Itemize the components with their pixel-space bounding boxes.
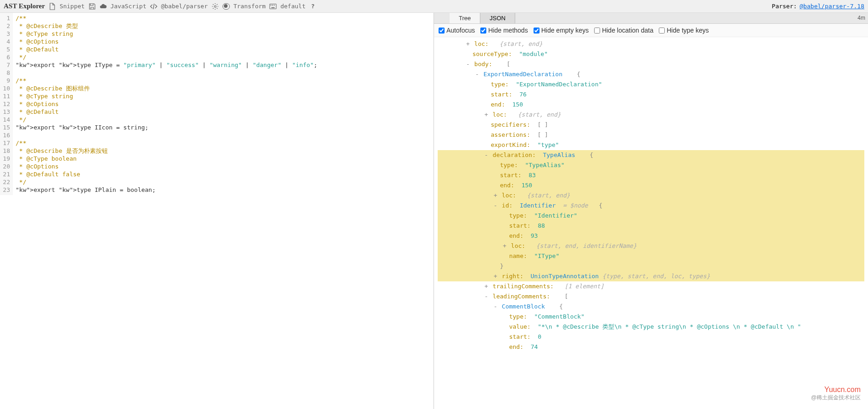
app-title: AST Explorer (4, 2, 45, 10)
tree-row[interactable]: + loc: {start, end} (438, 110, 864, 120)
tree-row[interactable]: start: 0 (438, 332, 864, 342)
code-area[interactable]: /** * @cDescribe 类型 * @cType string * @c… (13, 13, 434, 195)
tree-row[interactable]: type: "CommentBlock" (438, 312, 864, 322)
tree-row[interactable]: start: 83 (438, 170, 864, 180)
tree-options: Autofocus Hide methods Hide empty keys H… (434, 24, 868, 37)
ast-tabs: Tree JSON 4m (434, 13, 868, 24)
toggle-icon[interactable] (223, 3, 230, 10)
tree-row[interactable]: - CommentBlock { (438, 302, 864, 312)
parser-label: Parser: (772, 3, 797, 10)
svg-rect-2 (271, 5, 272, 6)
tree-row[interactable]: exportKind: "type" (438, 140, 864, 150)
preset-button[interactable]: default (280, 3, 306, 10)
toolbar: AST Explorer Snippet JavaScript @babel/p… (0, 0, 868, 13)
opt-autofocus[interactable]: Autofocus (439, 27, 475, 34)
tree-row[interactable]: - body: [ (438, 59, 864, 69)
tree-row[interactable]: start: 88 (438, 221, 864, 231)
tree-row[interactable]: + loc: {start, end, identifierName} (438, 241, 864, 251)
tree-row: } (438, 261, 864, 271)
code-icon[interactable] (150, 3, 157, 10)
new-file-icon[interactable] (49, 3, 56, 10)
tree-body[interactable]: + loc: {start, end} sourceType: "module"… (434, 37, 868, 354)
parser-button[interactable]: @babel/parser (161, 3, 208, 10)
tree-row[interactable]: name: "IType" (438, 251, 864, 261)
tree-row[interactable]: end: 150 (438, 180, 864, 190)
tree-row[interactable]: + loc: {start, end} (438, 190, 864, 201)
svg-point-0 (214, 6, 216, 7)
tree-row[interactable]: end: 74 (438, 342, 864, 352)
tree-row[interactable]: + loc: {start, end} (438, 39, 864, 49)
parser-version-link[interactable]: @babel/parser-7.18 (800, 3, 864, 10)
watermark: Yuucn.com @稀土掘金技术社区 (811, 386, 861, 402)
snippet-button[interactable]: Snippet (60, 3, 85, 10)
opt-hide-empty[interactable]: Hide empty keys (534, 27, 589, 34)
line-gutter: 1234567891011121314151617181920212223 (0, 13, 13, 195)
code-pane[interactable]: 1234567891011121314151617181920212223 /*… (0, 13, 434, 409)
ast-pane: Tree JSON 4m Autofocus Hide methods Hide… (434, 13, 868, 409)
tab-json[interactable]: JSON (480, 13, 515, 23)
svg-rect-1 (270, 4, 276, 9)
tree-row[interactable]: - ExportNamedDeclaration { (438, 69, 864, 79)
transform-button[interactable]: Transform (234, 3, 266, 10)
opt-hide-methods[interactable]: Hide methods (480, 27, 528, 34)
help-icon[interactable]: ? (309, 3, 317, 10)
svg-rect-3 (272, 5, 273, 6)
tree-row[interactable]: - declaration: TypeAlias { (438, 150, 864, 160)
tree-row[interactable]: end: 93 (438, 231, 864, 241)
tab-tree[interactable]: Tree (450, 13, 480, 23)
tree-row[interactable]: + trailingComments: [1 element] (438, 281, 864, 291)
parse-timing: 4m (855, 13, 868, 23)
tree-row[interactable]: type: "TypeAlias" (438, 160, 864, 170)
opt-hide-loc[interactable]: Hide location data (594, 27, 653, 34)
opt-hide-type[interactable]: Hide type keys (659, 27, 709, 34)
tree-row[interactable]: + right: UnionTypeAnnotation {type, star… (438, 271, 864, 281)
tree-row[interactable]: - leadingComments: [ (438, 291, 864, 302)
tree-row[interactable]: end: 150 (438, 100, 864, 110)
svg-rect-4 (274, 5, 275, 6)
tree-row[interactable]: value: "*\n * @cDescribe 类型\n * @cType s… (438, 322, 864, 332)
language-button[interactable]: JavaScript (111, 3, 146, 10)
cloud-icon[interactable] (100, 3, 107, 10)
tree-row[interactable]: - id: Identifier = $node { (438, 201, 864, 211)
tree-row[interactable]: start: 76 (438, 90, 864, 100)
save-icon[interactable] (89, 3, 96, 10)
tree-row[interactable]: specifiers: [ ] (438, 120, 864, 130)
main-split: 1234567891011121314151617181920212223 /*… (0, 13, 868, 409)
svg-rect-5 (272, 7, 275, 8)
tree-row[interactable]: type: "Identifier" (438, 211, 864, 221)
keyboard-icon[interactable] (269, 3, 277, 10)
tree-row[interactable]: assertions: [ ] (438, 130, 864, 140)
gear-icon[interactable] (211, 3, 219, 10)
tree-row[interactable]: sourceType: "module" (438, 49, 864, 59)
tree-row[interactable]: type: "ExportNamedDeclaration" (438, 79, 864, 90)
